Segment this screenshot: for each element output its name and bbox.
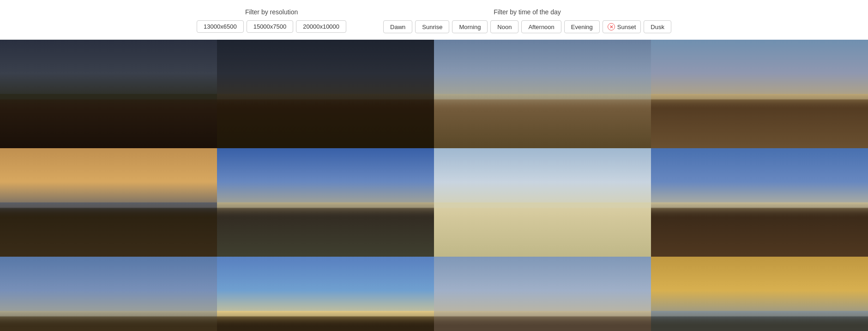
grid-item-5[interactable] [0,148,217,257]
grid-item-3[interactable] [434,40,651,148]
panorama-canvas-2 [217,40,434,148]
sunset-remove-icon: ✕ [608,23,615,30]
panorama-canvas-10 [217,257,434,331]
grid-item-6[interactable] [217,148,434,257]
resolution-filter-label: Filter by resolution [245,8,298,16]
grid-item-2[interactable] [217,40,434,148]
grid-item-1[interactable] [0,40,217,148]
grid-item-10[interactable] [217,257,434,331]
resolution-buttons: 13000x6500 15000x7500 20000x10000 [197,20,346,33]
filter-btn-noon[interactable]: Noon [490,20,518,33]
grid-item-9[interactable] [0,257,217,331]
grid-item-4[interactable] [651,40,868,148]
filter-btn-20000[interactable]: 20000x10000 [296,20,346,33]
panorama-canvas-12 [651,257,868,331]
filter-btn-15000[interactable]: 15000x7500 [247,20,294,33]
panorama-canvas-4 [651,40,868,148]
panorama-canvas-6 [217,148,434,257]
panorama-canvas-3 [434,40,651,148]
panorama-canvas-7 [434,148,651,257]
filter-btn-sunrise[interactable]: Sunrise [415,20,449,33]
resolution-filter-group: Filter by resolution 13000x6500 15000x75… [197,8,346,33]
grid-item-7[interactable] [434,148,651,257]
time-buttons: Dawn Sunrise Morning Noon Afternoon Even… [383,20,671,33]
sunset-label: Sunset [617,24,636,30]
filter-btn-afternoon[interactable]: Afternoon [521,20,561,33]
time-filter-label: Filter by time of the day [494,8,561,16]
filter-btn-evening[interactable]: Evening [564,20,600,33]
grid-item-11[interactable] [434,257,651,331]
grid-item-12[interactable] [651,257,868,331]
image-grid [0,40,868,331]
filter-btn-dawn[interactable]: Dawn [383,20,412,33]
filter-btn-13000[interactable]: 13000x6500 [197,20,244,33]
filter-btn-sunset[interactable]: ✕ Sunset [603,20,641,33]
filter-bar: Filter by resolution 13000x6500 15000x75… [0,0,868,40]
filter-btn-morning[interactable]: Morning [452,20,488,33]
grid-item-8[interactable] [651,148,868,257]
panorama-canvas-8 [651,148,868,257]
panorama-canvas-1 [0,40,217,148]
time-filter-group: Filter by time of the day Dawn Sunrise M… [383,8,671,33]
panorama-canvas-11 [434,257,651,331]
panorama-canvas-9 [0,257,217,331]
filter-btn-dusk[interactable]: Dusk [644,20,671,33]
panorama-canvas-5 [0,148,217,257]
